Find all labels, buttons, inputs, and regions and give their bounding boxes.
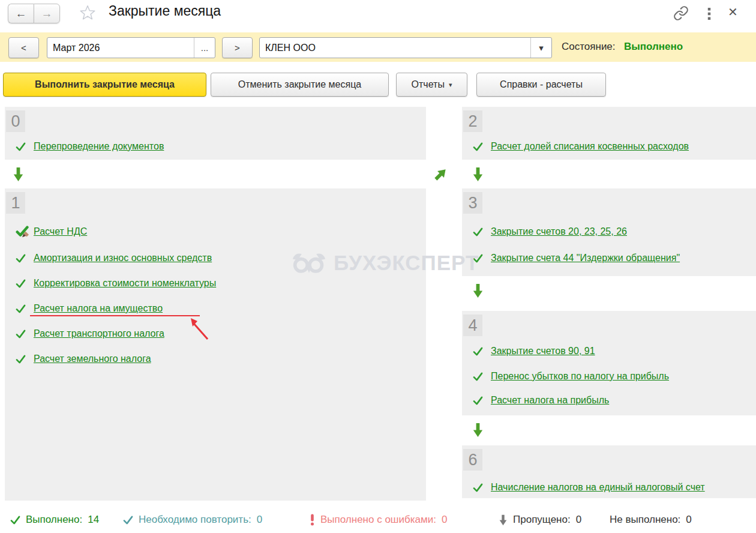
task-link[interactable]: Корректировка стоимости номенклатуры (34, 278, 216, 289)
reports-button-label: Отчеты (412, 79, 445, 90)
annotation-arrow-icon (185, 316, 213, 342)
task-item: Расчет долей списания косвенных расходов (473, 139, 689, 154)
section-panel-1: 1 Расчет НДС Амортизация и износ основны… (5, 188, 426, 501)
task-item: Закрытие счета 44 "Издержки обращения" (473, 251, 680, 265)
back-button[interactable]: ← (8, 4, 34, 23)
check-icon (473, 483, 488, 492)
watermark: БУХЭКСПЕРТ (292, 251, 479, 275)
check-icon (16, 304, 31, 313)
check-icon (10, 516, 20, 525)
forward-button[interactable]: → (34, 4, 60, 23)
section-panel-3: 3 Закрытие счетов 20, 23, 25, 26 Закрыти… (462, 188, 756, 276)
footer-not-done-value: 0 (686, 514, 691, 526)
check-icon (473, 396, 488, 405)
section-panel-2: 2 Расчет долей списания косвенных расход… (462, 107, 756, 160)
task-link[interactable]: Закрытие счета 44 "Издержки обращения" (491, 253, 680, 263)
check-icon (16, 254, 31, 263)
references-calculations-button[interactable]: Справки - расчеты (476, 73, 606, 97)
footer-skipped-value: 0 (576, 514, 581, 526)
period-picker-button[interactable]: ... (194, 38, 215, 58)
task-item: Закрытие счетов 20, 23, 25, 26 (473, 224, 627, 239)
check-icon (473, 372, 488, 381)
status-label: Состояние: (562, 41, 616, 53)
more-menu-icon[interactable] (707, 8, 711, 20)
task-item: Расчет налога на имущество (16, 301, 163, 316)
section-panel-0: 0 Перепроведение документов (5, 107, 426, 160)
organization-field[interactable]: КЛЕН ООО ▾ (259, 37, 552, 58)
check-icon (16, 330, 31, 339)
period-field[interactable]: Март 2026 ... (47, 37, 215, 58)
footer-skipped-label: Пропущено: (513, 514, 571, 526)
organization-dropdown-icon[interactable]: ▾ (530, 38, 551, 58)
footer-errors: Выполнено с ошибками: 0 (310, 514, 447, 526)
task-item: Расчет земельного налога (16, 352, 151, 366)
footer-not-done: Не выполнено: 0 (610, 514, 692, 526)
task-item: Корректировка стоимости номенклатуры (16, 276, 216, 291)
task-link[interactable]: Начисление налогов на единый налоговый с… (491, 482, 705, 493)
cancel-closing-button[interactable]: Отменить закрытие месяца (211, 73, 389, 97)
check-icon (123, 516, 133, 525)
section-number: 0 (6, 110, 25, 132)
flow-arrow-down-icon (12, 167, 25, 182)
task-link[interactable]: Перенос убытков по налогу на прибыль (491, 371, 669, 382)
page-title: Закрытие месяца (109, 3, 221, 19)
task-link[interactable]: Перепроведение документов (34, 141, 164, 152)
footer-done-label: Выполнено: (26, 514, 82, 526)
footer-repeat-label: Необходимо повторить: (139, 514, 251, 526)
task-link-property-tax[interactable]: Расчет налога на имущество (34, 303, 163, 314)
exclamation-icon (310, 514, 315, 526)
flow-arrow-diagonal-icon (431, 164, 451, 184)
check-icon (473, 227, 488, 236)
footer-repeat-value: 0 (257, 514, 262, 526)
task-item: Расчет налога на прибыль (473, 393, 609, 408)
task-item: Перепроведение документов (16, 139, 164, 154)
period-value[interactable]: Март 2026 (47, 43, 194, 53)
section-number: 3 (463, 192, 482, 214)
section-number: 2 (463, 110, 482, 132)
footer-done-value: 14 (88, 514, 99, 526)
check-icon (16, 355, 31, 364)
favorite-star-icon[interactable] (79, 4, 96, 21)
status-value: Выполнено (624, 41, 683, 53)
caret-down-icon: ▾ (449, 81, 452, 89)
arrow-down-icon (499, 514, 508, 526)
previous-period-button[interactable]: < (8, 37, 39, 58)
task-item: Расчет транспортного налога (16, 327, 164, 341)
check-icon (16, 279, 31, 288)
task-link[interactable]: Расчет земельного налога (34, 354, 151, 364)
task-item: Начисление налогов на единый налоговый с… (473, 480, 705, 495)
flow-arrow-down-icon (472, 423, 484, 438)
task-link[interactable]: Расчет долей списания косвенных расходов (491, 141, 689, 152)
section-panel-6: 6 Начисление налогов на единый налоговый… (462, 445, 756, 498)
footer-skipped: Пропущено: 0 (499, 514, 581, 526)
perform-closing-button[interactable]: Выполнить закрытие месяца (3, 73, 206, 97)
check-pencil-icon (16, 226, 31, 238)
footer-errors-value: 0 (442, 514, 447, 526)
get-link-icon[interactable] (673, 5, 689, 21)
watermark-text: БУХЭКСПЕРТ (334, 251, 479, 275)
organization-value[interactable]: КЛЕН ООО (260, 43, 530, 53)
history-nav: ← → (8, 4, 60, 23)
month-closing-window: ← → Закрытие месяца ✕ < Март 2026 ... > … (0, 0, 756, 533)
task-link[interactable]: Расчет налога на прибыль (491, 395, 609, 406)
footer-done: Выполнено: 14 (10, 514, 99, 526)
footer-errors-label: Выполнено с ошибками: (320, 514, 436, 526)
section-number: 6 (463, 449, 482, 471)
reports-button[interactable]: Отчеты▾ (396, 73, 467, 97)
flow-arrow-down-icon (472, 167, 484, 182)
section-number: 4 (463, 315, 482, 336)
task-link[interactable]: Амортизация и износ основных средств (34, 253, 212, 263)
task-link[interactable]: Закрытие счетов 20, 23, 25, 26 (491, 226, 627, 237)
task-item: Амортизация и износ основных средств (16, 251, 212, 265)
flow-arrow-down-icon (472, 283, 484, 298)
task-link[interactable]: Закрытие счетов 90, 91 (491, 346, 595, 357)
section-panel-4: 4 Закрытие счетов 90, 91 Перенос убытков… (462, 311, 756, 415)
check-icon (473, 142, 488, 151)
task-link[interactable]: Расчет транспортного налога (34, 328, 164, 339)
check-icon (473, 347, 488, 356)
task-item: Расчет НДС (16, 224, 87, 239)
close-icon[interactable]: ✕ (728, 4, 738, 20)
task-link[interactable]: Расчет НДС (34, 226, 87, 237)
next-period-button[interactable]: > (222, 37, 253, 58)
task-item: Перенос убытков по налогу на прибыль (473, 369, 669, 384)
